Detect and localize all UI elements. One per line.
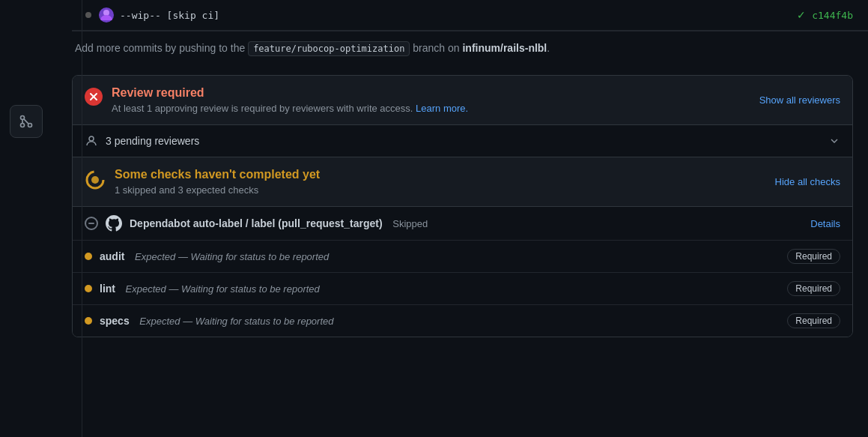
hide-all-checks-link[interactable]: Hide all checks [775, 176, 840, 187]
pending-dot-icon [85, 253, 92, 260]
audit-check-expected: Expected — Waiting for status to be repo… [132, 251, 329, 262]
check-item-row: audit Expected — Waiting for status to b… [73, 241, 852, 273]
pending-dot-icon [85, 285, 92, 292]
checks-container: Review required At least 1 approving rev… [72, 75, 853, 337]
lint-required-badge: Required [787, 281, 840, 296]
check-item-row: specs Expected — Waiting for status to b… [73, 305, 852, 337]
audit-check-name: audit [100, 250, 124, 262]
review-required-row: Review required At least 1 approving rev… [73, 76, 852, 125]
check-mark-icon: ✓ [797, 9, 806, 21]
dependabot-check-status: Skipped [390, 218, 428, 229]
avatar [99, 7, 114, 22]
audit-required-badge: Required [787, 249, 840, 264]
some-checks-row: Some checks haven't completed yet 1 skip… [73, 157, 852, 207]
svg-point-9 [91, 176, 99, 184]
some-checks-text: Some checks haven't completed yet 1 skip… [115, 168, 320, 196]
commit-message: --wip-- [skip ci] [120, 10, 219, 21]
svg-point-2 [21, 124, 25, 127]
svg-point-7 [89, 136, 94, 141]
pending-reviewers-label: 3 pending reviewers [106, 135, 199, 147]
svg-point-4 [103, 10, 109, 16]
review-required-text: Review required At least 1 approving rev… [112, 86, 468, 114]
branch-name: feature/rubocop-optimization [248, 41, 410, 56]
dependabot-check-name: Dependabot auto-label / label (pull_requ… [130, 217, 383, 229]
check-item-row: Dependabot auto-label / label (pull_requ… [73, 207, 852, 241]
branch-info-text: Add more commits by pushing to the featu… [75, 42, 853, 54]
review-required-title: Review required [112, 86, 468, 100]
commit-sha: c144f4b [812, 10, 853, 21]
pending-dot-icon [85, 317, 92, 325]
lint-check-name: lint [100, 283, 115, 295]
dependabot-details-link[interactable]: Details [810, 218, 840, 229]
some-checks-title: Some checks haven't completed yet [115, 168, 320, 181]
sidebar [0, 0, 52, 437]
sidebar-git-icon[interactable] [10, 105, 43, 138]
specs-required-badge: Required [787, 313, 840, 328]
chevron-down-icon [828, 135, 840, 147]
specs-check-expected: Expected — Waiting for status to be repo… [137, 316, 334, 327]
info-text-section: Add more commits by pushing to the featu… [72, 31, 868, 75]
svg-point-1 [21, 116, 25, 120]
pending-reviewers-row[interactable]: 3 pending reviewers [73, 125, 852, 157]
review-required-icon [85, 88, 103, 106]
learn-more-link[interactable]: Learn more. [416, 103, 468, 114]
review-required-description: At least 1 approving review is required … [112, 103, 468, 114]
github-logo-icon [106, 215, 122, 232]
repo-name: infinum/rails-nlbl [462, 42, 547, 54]
lint-check-expected: Expected — Waiting for status to be repo… [123, 283, 320, 295]
person-icon [85, 134, 98, 148]
commit-row: --wip-- [skip ci] ✓ c144f4b [72, 0, 868, 31]
commit-node [84, 10, 93, 19]
show-all-reviewers-link[interactable]: Show all reviewers [759, 94, 840, 106]
check-item-row: lint Expected — Waiting for status to be… [73, 273, 852, 305]
some-checks-description: 1 skipped and 3 expected checks [115, 184, 320, 196]
skipped-circle-icon [85, 217, 98, 230]
svg-point-0 [28, 124, 32, 127]
specs-check-name: specs [100, 315, 130, 327]
loading-spinner-icon [85, 169, 106, 190]
